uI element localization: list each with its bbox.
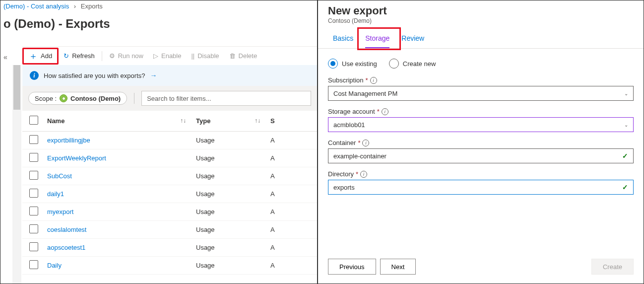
directory-label: Directory — [328, 170, 354, 178]
table-row[interactable]: coeslalomtestUsageA — [22, 221, 317, 239]
export-status: A — [270, 226, 285, 233]
export-status: A — [270, 208, 285, 215]
export-name-link[interactable]: Daily — [47, 262, 196, 269]
panel-header: New export Contoso (Demo) — [318, 0, 644, 29]
row-checkbox[interactable] — [29, 135, 38, 144]
info-icon[interactable]: i — [360, 171, 367, 178]
radio-createnew-label: Create new — [403, 60, 436, 68]
row-checkbox[interactable] — [29, 260, 38, 269]
sort-icon: ↑↓ — [255, 117, 260, 124]
info-icon[interactable]: i — [382, 108, 388, 115]
subscription-label: Subscription — [328, 76, 364, 84]
delete-button[interactable]: 🗑 Delete — [224, 48, 262, 65]
breadcrumb-cost-analysis[interactable]: (Demo) - Cost analysis — [3, 2, 69, 10]
export-type: Usage — [196, 262, 270, 269]
export-form: Subscription * i Cost Management PM ⌄ St… — [318, 74, 644, 204]
subscription-select[interactable]: Cost Management PM ⌄ — [328, 86, 634, 101]
scope-icon — [60, 94, 67, 102]
export-name-link[interactable]: aopscoetest1 — [47, 244, 196, 251]
row-checkbox[interactable] — [29, 189, 38, 198]
export-type: Usage — [196, 172, 270, 180]
container-field: Container * i example-container ✓ — [328, 139, 634, 163]
export-type: Usage — [196, 137, 270, 144]
radio-create-new[interactable]: Create new — [389, 59, 436, 69]
table-row[interactable]: daily1UsageA — [22, 185, 317, 203]
row-checkbox[interactable] — [29, 171, 38, 180]
export-type: Usage — [196, 208, 270, 215]
feedback-banner[interactable]: i How satisfied are you with exports? → — [22, 65, 317, 86]
add-label: Add — [41, 52, 52, 60]
scope-pill[interactable]: Scope : Contoso (Demo) — [28, 92, 127, 105]
info-icon[interactable]: i — [362, 140, 369, 146]
column-type[interactable]: Type↑↓ — [196, 117, 270, 125]
breadcrumb-exports: Exports — [81, 2, 103, 10]
chevron-right-icon: › — [74, 2, 76, 10]
enable-button[interactable]: ▷ Enable — [148, 48, 186, 65]
table-row[interactable]: exportbillingjbeUsageA — [22, 132, 317, 149]
tab-review[interactable]: Review — [401, 34, 424, 48]
main-list-area: (Demo) - Cost analysis › Exports o (Demo… — [0, 0, 318, 284]
export-type: Usage — [196, 226, 270, 233]
create-button[interactable]: Create — [591, 259, 634, 275]
panel-tabs: Basics Storage Review — [318, 29, 644, 49]
column-s[interactable]: S — [270, 117, 285, 125]
tab-basics[interactable]: Basics — [333, 34, 353, 48]
chevron-down-icon: ⌄ — [624, 91, 628, 96]
export-name-link[interactable]: ExportWeeklyReport — [47, 154, 196, 162]
table-row[interactable]: SubCostUsageA — [22, 167, 317, 185]
directory-field: Directory * i exports ✓ — [328, 170, 634, 195]
refresh-icon: ↻ — [64, 52, 69, 60]
enable-label: Enable — [161, 52, 181, 60]
subscription-value: Cost Management PM — [333, 90, 397, 97]
chevron-down-icon: ⌄ — [624, 122, 628, 128]
export-name-link[interactable]: daily1 — [47, 190, 196, 198]
directory-input[interactable]: exports ✓ — [328, 180, 634, 195]
disable-label: Disable — [197, 52, 219, 60]
exports-table: Name↑↓ Type↑↓ S exportbillingjbeUsageAEx… — [22, 111, 317, 275]
scrollbar[interactable] — [12, 65, 21, 284]
directory-value: exports — [333, 184, 355, 191]
storage-mode-radio-group: Use existing Create new — [318, 49, 644, 74]
search-input[interactable] — [141, 91, 311, 106]
export-status: A — [270, 172, 285, 180]
delete-label: Delete — [239, 52, 258, 60]
content-area: i How satisfied are you with exports? → … — [22, 65, 317, 284]
breadcrumb: (Demo) - Cost analysis › Exports — [0, 0, 317, 12]
pause-icon: || — [191, 52, 194, 60]
export-name-link[interactable]: myexport — [47, 208, 196, 215]
disable-button[interactable]: || Disable — [186, 48, 224, 65]
table-row[interactable]: DailyUsageA — [22, 257, 317, 275]
check-icon: ✓ — [622, 183, 628, 191]
select-all-checkbox[interactable] — [29, 116, 38, 125]
scope-value: Contoso (Demo) — [70, 95, 121, 102]
subscription-field: Subscription * i Cost Management PM ⌄ — [328, 76, 634, 101]
info-icon[interactable]: i — [370, 77, 377, 84]
export-status: A — [270, 262, 285, 269]
export-status: A — [270, 154, 285, 162]
row-checkbox[interactable] — [29, 207, 38, 215]
run-now-button[interactable]: ⚙ Run now — [104, 48, 148, 65]
column-name[interactable]: Name↑↓ — [47, 117, 196, 125]
table-row[interactable]: ExportWeeklyReportUsageA — [22, 149, 317, 167]
next-button[interactable]: Next — [380, 259, 416, 275]
new-export-panel: New export Contoso (Demo) Basics Storage… — [318, 0, 644, 284]
export-name-link[interactable]: SubCost — [47, 172, 196, 180]
storage-account-select[interactable]: acmblob01 ⌄ — [328, 117, 634, 132]
radio-use-existing[interactable]: Use existing — [328, 59, 377, 69]
export-name-link[interactable]: exportbillingjbe — [47, 137, 196, 144]
container-input[interactable]: example-container ✓ — [328, 148, 634, 163]
gear-icon: ⚙ — [109, 52, 115, 60]
add-button[interactable]: ＋ Add — [22, 48, 59, 65]
table-row[interactable]: aopscoetest1UsageA — [22, 239, 317, 257]
scrollbar-thumb[interactable] — [13, 65, 20, 110]
row-checkbox[interactable] — [29, 242, 38, 251]
refresh-button[interactable]: ↻ Refresh — [59, 48, 100, 65]
table-row[interactable]: myexportUsageA — [22, 203, 317, 221]
panel-footer: Previous Next Create — [318, 255, 644, 279]
row-checkbox[interactable] — [29, 153, 38, 162]
scope-bar: Scope : Contoso (Demo) — [22, 86, 317, 111]
previous-button[interactable]: Previous — [328, 259, 376, 275]
row-checkbox[interactable] — [29, 224, 38, 233]
export-name-link[interactable]: coeslalomtest — [47, 226, 196, 233]
collapse-chevron-icon[interactable]: « — [3, 53, 7, 61]
